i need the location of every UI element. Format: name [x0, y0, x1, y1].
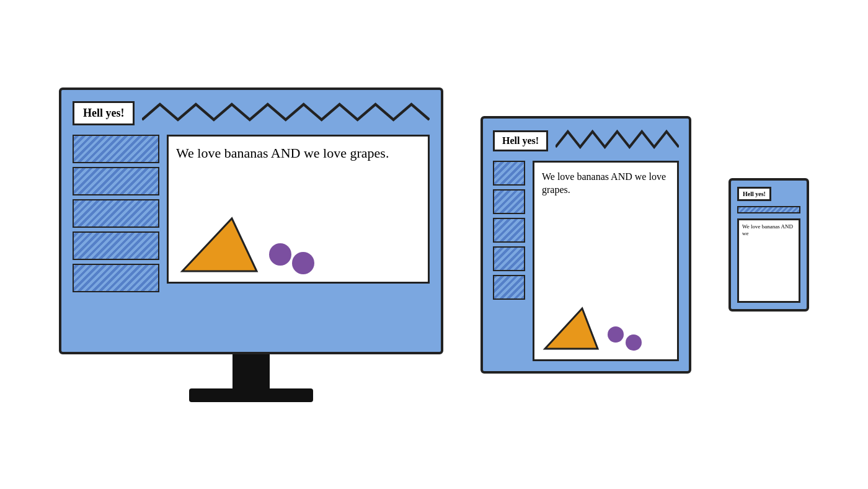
- svg-marker-3: [545, 308, 598, 349]
- svg-point-5: [626, 334, 642, 351]
- tablet-body: We love bananas AND we love grapes.: [493, 161, 679, 361]
- svg-point-2: [292, 252, 314, 274]
- svg-point-1: [269, 243, 291, 266]
- monitor-device: Hell yes! We love bananas AND we love gr…: [59, 87, 443, 402]
- phone-content-text: We love bananas AND we: [742, 223, 795, 238]
- monitor-triangle: [176, 206, 263, 274]
- monitor-circles: [269, 237, 319, 274]
- phone-device: Hell yes! We love bananas AND we: [728, 178, 809, 312]
- svg-marker-0: [182, 218, 257, 271]
- stripe-item: [73, 264, 159, 292]
- tablet-content-card: We love bananas AND we love grapes.: [533, 161, 679, 361]
- tablet-header: Hell yes!: [493, 128, 679, 153]
- phone-header: Hell yes!: [737, 187, 800, 201]
- monitor-shapes: [176, 206, 420, 274]
- stripe-item: [493, 189, 525, 214]
- stripe-item: [73, 135, 159, 163]
- tablet-circles: [607, 321, 644, 352]
- monitor-screen: Hell yes! We love bananas AND we love gr…: [59, 87, 443, 354]
- stripe-item: [493, 161, 525, 186]
- stripe-item: [73, 167, 159, 195]
- tablet-stripe-list: [493, 161, 525, 361]
- monitor-stand-base: [189, 388, 313, 402]
- monitor-stand-neck: [232, 354, 270, 388]
- stripe-item: [493, 275, 525, 300]
- phone-stripe-bar: [737, 206, 800, 213]
- tablet-triangle: [542, 302, 601, 352]
- stripe-item: [73, 231, 159, 260]
- monitor-header: Hell yes!: [73, 101, 430, 126]
- monitor-hell-yes-button[interactable]: Hell yes!: [73, 101, 135, 125]
- monitor-content-text: We love bananas AND we love grapes.: [176, 144, 420, 163]
- stripe-item: [493, 246, 525, 271]
- tablet-content-text: We love bananas AND we love grapes.: [542, 170, 670, 197]
- tablet-shapes: [542, 302, 670, 352]
- monitor-stripe-list: [73, 135, 159, 341]
- monitor-content-card: We love bananas AND we love grapes.: [167, 135, 430, 284]
- phone-content-card: We love bananas AND we: [737, 218, 800, 303]
- tablet-hell-yes-button[interactable]: Hell yes!: [493, 130, 548, 151]
- phone-hell-yes-button[interactable]: Hell yes!: [737, 187, 771, 201]
- tablet-zigzag: [556, 128, 679, 153]
- stripe-item: [73, 199, 159, 228]
- monitor-zigzag: [142, 101, 430, 126]
- monitor-body: We love bananas AND we love grapes.: [73, 135, 430, 341]
- stripe-item: [493, 218, 525, 243]
- tablet-device: Hell yes! We love bananas AND we love gr…: [480, 116, 691, 374]
- svg-point-4: [608, 326, 624, 343]
